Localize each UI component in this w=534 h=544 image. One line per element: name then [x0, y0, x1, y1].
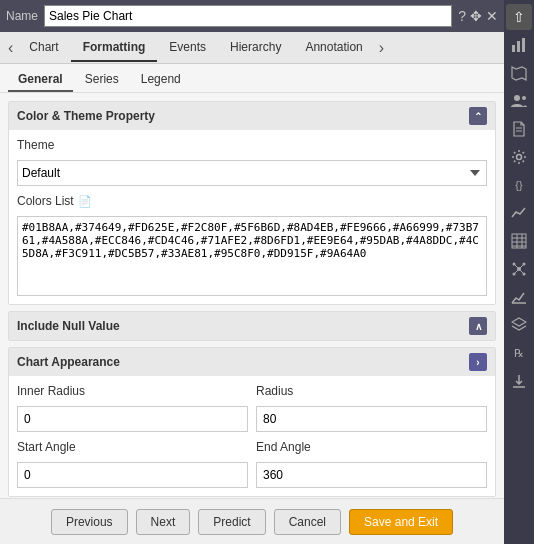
svg-rect-1 [517, 41, 520, 52]
color-theme-title: Color & Theme Property [17, 109, 155, 123]
svg-rect-2 [522, 38, 525, 52]
chart-appearance-header[interactable]: Chart Appearance › [9, 348, 495, 376]
sidebar-table-icon[interactable] [506, 228, 532, 254]
radius-label: Radius [256, 384, 487, 398]
inner-radius-input[interactable] [17, 406, 248, 432]
next-button[interactable]: Next [136, 509, 191, 535]
colors-textarea[interactable]: #01B8AA,#374649,#FD625E,#F2C80F,#5F6B6D,… [17, 216, 487, 296]
sidebar-map-icon[interactable] [506, 60, 532, 86]
null-value-header[interactable]: Include Null Value ∧ [9, 312, 495, 340]
move-icon[interactable]: ✥ [470, 8, 482, 24]
sidebar-doc-icon[interactable] [506, 116, 532, 142]
sidebar-gear-icon[interactable] [506, 144, 532, 170]
tab-hierarchy[interactable]: Hierarchy [218, 34, 293, 62]
start-angle-input[interactable] [17, 462, 248, 488]
null-value-toggle[interactable]: ∧ [469, 317, 487, 335]
svg-line-20 [519, 264, 524, 269]
sidebar-layers-icon[interactable] [506, 312, 532, 338]
help-icon[interactable]: ? [458, 8, 466, 24]
bottom-bar: Previous Next Predict Cancel Save and Ex… [0, 498, 504, 544]
tab-chart[interactable]: Chart [17, 34, 70, 62]
sidebar-users-icon[interactable] [506, 88, 532, 114]
radius-input[interactable] [256, 406, 487, 432]
top-tab-next-arrow[interactable]: › [375, 39, 388, 57]
chart-appearance-section: Chart Appearance › Inner Radius [8, 347, 496, 497]
name-label: Name [6, 9, 38, 23]
tab-annotation[interactable]: Annotation [293, 34, 374, 62]
cancel-button[interactable]: Cancel [274, 509, 341, 535]
chart-appearance-toggle[interactable]: › [469, 353, 487, 371]
theme-label: Theme [17, 138, 487, 152]
svg-line-21 [514, 269, 519, 274]
sidebar-line-chart-icon[interactable] [506, 200, 532, 226]
colors-list-icon: 📄 [78, 195, 92, 208]
save-exit-button[interactable]: Save and Exit [349, 509, 453, 535]
svg-marker-24 [512, 318, 526, 326]
top-tab-prev-arrow[interactable]: ‹ [4, 39, 17, 57]
sidebar-chart-bar-icon[interactable] [506, 32, 532, 58]
start-angle-label: Start Angle [17, 440, 248, 454]
content-area: Color & Theme Property ⌃ Theme Default B… [0, 93, 504, 498]
tab-formatting[interactable]: Formatting [71, 34, 158, 62]
name-input[interactable] [44, 5, 452, 27]
subtab-legend[interactable]: Legend [131, 68, 191, 92]
end-angle-label: End Angle [256, 440, 487, 454]
color-theme-header[interactable]: Color & Theme Property ⌃ [9, 102, 495, 130]
svg-point-4 [522, 96, 526, 100]
subtab-general[interactable]: General [8, 68, 73, 92]
previous-button[interactable]: Previous [51, 509, 128, 535]
end-angle-input[interactable] [256, 462, 487, 488]
svg-point-7 [517, 155, 522, 160]
svg-point-3 [514, 95, 520, 101]
close-icon[interactable]: ✕ [486, 8, 498, 24]
sidebar-analytics-icon[interactable] [506, 284, 532, 310]
tab-events[interactable]: Events [157, 34, 218, 62]
sidebar-rx-icon[interactable]: ℞ [506, 340, 532, 366]
theme-select[interactable]: Default Blue Red Green [17, 160, 487, 186]
svg-line-19 [514, 264, 519, 269]
svg-rect-0 [512, 45, 515, 52]
sidebar-code-icon[interactable]: {} [506, 172, 532, 198]
predict-button[interactable]: Predict [198, 509, 265, 535]
sidebar-pin-icon[interactable]: ⇧ [506, 4, 532, 30]
svg-line-22 [519, 269, 524, 274]
null-value-title: Include Null Value [17, 319, 120, 333]
colors-label: Colors List 📄 [17, 194, 487, 208]
sidebar-download-icon[interactable] [506, 368, 532, 394]
color-theme-toggle[interactable]: ⌃ [469, 107, 487, 125]
color-theme-section: Color & Theme Property ⌃ Theme Default B… [8, 101, 496, 305]
right-sidebar: ⇧ {} ℞ [504, 0, 534, 544]
chart-appearance-title: Chart Appearance [17, 355, 120, 369]
subtab-series[interactable]: Series [75, 68, 129, 92]
inner-radius-label: Inner Radius [17, 384, 248, 398]
sidebar-network-icon[interactable] [506, 256, 532, 282]
null-value-section: Include Null Value ∧ [8, 311, 496, 341]
